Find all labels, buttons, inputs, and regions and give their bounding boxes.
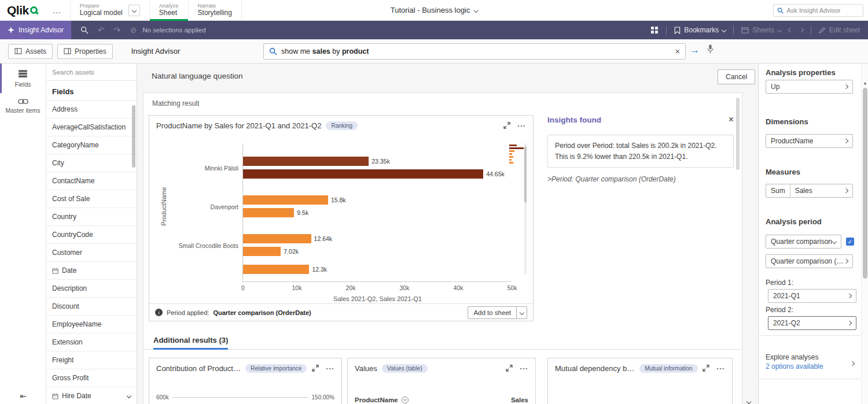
relative-importance-badge: Relative importance: [245, 364, 307, 373]
nav-analyze[interactable]: Analyze Sheet: [149, 0, 188, 21]
sort-order-button[interactable]: Up: [766, 80, 853, 94]
left-rail: Fields Master items ⇤: [0, 64, 46, 404]
card-menu-icon[interactable]: •••: [520, 366, 528, 371]
field-item-contactname[interactable]: ContactName: [46, 172, 137, 190]
field-item-address[interactable]: Address: [46, 101, 137, 118]
bar[interactable]: [243, 247, 281, 256]
field-item-categoryname[interactable]: CategoryName: [46, 136, 137, 154]
undo-icon[interactable]: ↶: [98, 26, 105, 34]
period1-button[interactable]: 2021-Q1: [768, 289, 856, 303]
assets-button[interactable]: Assets: [8, 44, 53, 59]
period2-button[interactable]: 2021-Q2: [768, 316, 856, 330]
explore-options-link[interactable]: 2 options available: [766, 362, 823, 370]
ask-insight-advisor-input[interactable]: [786, 7, 859, 14]
field-item-countrycode[interactable]: CountryCode: [46, 226, 137, 244]
page-scrollbar[interactable]: ▲: [861, 64, 868, 404]
insight-advisor-button[interactable]: Insight Advisor: [0, 21, 71, 39]
field-item-averagecallsatisfaction[interactable]: AverageCallSatisfaction: [46, 118, 137, 136]
field-item-gross-profit[interactable]: Gross Profit: [46, 369, 137, 387]
rail-item-fields[interactable]: Fields: [0, 64, 46, 93]
additional-card-mutual-dependency[interactable]: Mutual dependency bet… Mutual informatio…: [547, 358, 733, 404]
properties-button[interactable]: Properties: [57, 44, 113, 59]
nav-prepare[interactable]: Prepare Logical model: [70, 0, 149, 21]
clear-search-icon[interactable]: ×: [675, 47, 680, 55]
dimension-productname-button[interactable]: ProductName: [766, 134, 853, 148]
scroll-down-icon[interactable]: [127, 390, 131, 400]
prepare-dropdown-button[interactable]: [128, 5, 140, 16]
bar[interactable]: [243, 157, 369, 166]
field-item-customer[interactable]: Customer: [46, 244, 137, 262]
chart-plot-area[interactable]: Minnki Pälsli23.35k44.65kDavenport15.8k9…: [242, 143, 512, 282]
natural-language-search-box[interactable]: show me sales by product ×: [263, 43, 686, 60]
scroll-down-icon[interactable]: [747, 395, 751, 404]
result-chart-card[interactable]: ProductName by Sales for 2021-Q1 and 202…: [149, 115, 534, 321]
additional-card-contribution[interactable]: Contribution of Product… Relative import…: [149, 358, 342, 404]
cancel-button[interactable]: Cancel: [718, 69, 755, 84]
bar[interactable]: [243, 265, 309, 274]
field-item-employeename[interactable]: EmployeeName: [46, 316, 137, 333]
field-item-description[interactable]: Description: [46, 280, 137, 298]
bar[interactable]: [243, 169, 483, 179]
field-item-date[interactable]: Date: [46, 262, 137, 280]
page-scrollbar-thumb[interactable]: [863, 88, 867, 279]
additional-card-values[interactable]: Values Values (table) ••• ProductName Sa…: [347, 358, 536, 404]
expand-icon[interactable]: [312, 365, 319, 372]
field-item-freight[interactable]: Freight: [46, 351, 137, 369]
sort-icon[interactable]: [402, 396, 409, 403]
collapse-panel-icon[interactable]: ⇤: [0, 391, 46, 401]
microphone-icon[interactable]: [707, 44, 714, 54]
bookmarks-button[interactable]: Bookmarks: [674, 26, 726, 34]
column-header-sales[interactable]: Sales: [511, 396, 528, 403]
clear-selections-icon[interactable]: ⊘: [130, 26, 137, 34]
next-sheet-icon[interactable]: [799, 28, 803, 32]
bar[interactable]: [243, 234, 311, 243]
expand-icon[interactable]: [503, 122, 510, 129]
field-item-discount[interactable]: Discount: [46, 298, 137, 316]
expand-icon[interactable]: [703, 365, 709, 372]
search-assets-input[interactable]: [52, 69, 131, 76]
close-icon[interactable]: ×: [729, 115, 734, 124]
bar[interactable]: [243, 208, 294, 217]
chart-minimap[interactable]: [509, 143, 528, 274]
add-to-sheet-caret[interactable]: [516, 306, 527, 319]
tab-additional-results[interactable]: Additional results (3): [153, 336, 228, 350]
smart-search-icon[interactable]: [80, 26, 89, 34]
scroll-up-icon[interactable]: ▲: [862, 81, 868, 85]
period-type-dropdown[interactable]: Quarter comparison: [766, 235, 841, 249]
bar-value-label: 15.8k: [331, 197, 346, 203]
field-item-country[interactable]: Country: [46, 208, 137, 226]
field-item-cost-of-sale[interactable]: Cost of Sale: [46, 190, 137, 208]
app-overview-grid-icon[interactable]: [650, 26, 659, 34]
search-query-text[interactable]: show me sales by product: [281, 47, 369, 55]
assets-search[interactable]: [46, 64, 137, 81]
redo-icon[interactable]: ↷: [114, 26, 121, 34]
field-label: Hire Date: [62, 392, 91, 400]
add-to-sheet-button[interactable]: Add to sheet: [468, 306, 527, 319]
column-header-productname[interactable]: ProductName: [355, 396, 398, 403]
sheets-button[interactable]: Sheets: [741, 26, 781, 34]
field-item-hire-date[interactable]: Hire Date: [46, 387, 137, 404]
field-label: Description: [52, 284, 87, 292]
previous-sheet-icon[interactable]: [788, 28, 792, 32]
nav-narrate[interactable]: Narrate Storytelling: [188, 0, 242, 21]
global-insight-search[interactable]: [773, 4, 863, 17]
measure-sales-button[interactable]: Sum Sales: [766, 184, 853, 198]
analysis-period-checkbox[interactable]: ✓: [846, 238, 854, 246]
app-title-selector[interactable]: Tutorial - Business logic: [391, 6, 478, 14]
panel-scrollbar-thumb[interactable]: [736, 98, 740, 170]
explore-chevron-icon[interactable]: [851, 357, 854, 368]
minimap-scroll-thumb[interactable]: [524, 147, 527, 202]
edit-sheet-button[interactable]: Edit sheet: [819, 26, 860, 34]
expand-icon[interactable]: [506, 365, 513, 372]
global-menu-button[interactable]: …: [46, 5, 69, 15]
card-menu-icon[interactable]: •••: [518, 123, 526, 128]
assets-scrollbar-thumb[interactable]: [132, 105, 135, 168]
submit-search-icon[interactable]: →: [690, 45, 700, 55]
card-menu-icon[interactable]: •••: [326, 366, 334, 371]
rail-item-master-items[interactable]: Master items: [0, 93, 46, 119]
field-item-city[interactable]: City: [46, 154, 137, 172]
field-item-extension[interactable]: Extension: [46, 333, 137, 351]
bar[interactable]: [243, 195, 328, 205]
card-menu-icon[interactable]: •••: [717, 366, 725, 371]
period-field-button[interactable]: Quarter comparison (OrderD…: [766, 254, 853, 268]
